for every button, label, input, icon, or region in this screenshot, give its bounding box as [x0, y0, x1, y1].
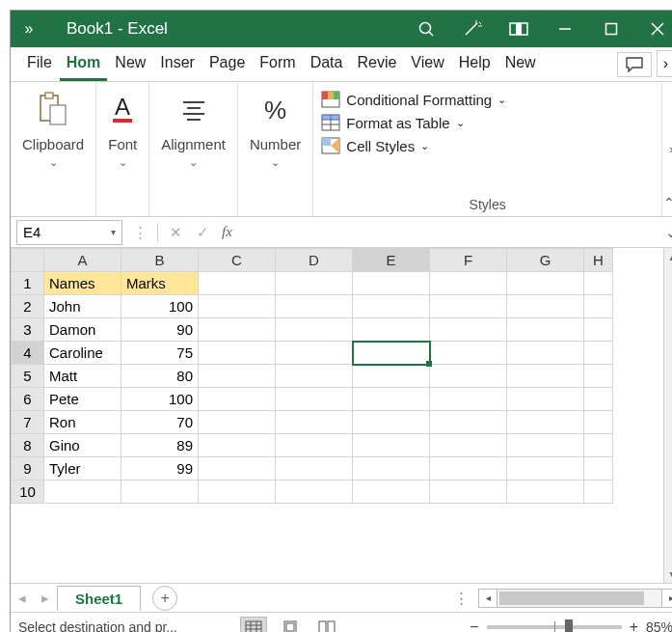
zoom-out[interactable]: − — [470, 618, 478, 633]
ribbon-collapse[interactable]: ⌃ — [663, 195, 672, 210]
cell-F10[interactable] — [430, 481, 507, 504]
cell-C1[interactable] — [199, 272, 276, 295]
number-button[interactable]: % — [264, 88, 286, 132]
cancel-formula-button[interactable]: ✕ — [162, 224, 189, 241]
cell-F1[interactable] — [430, 272, 507, 295]
cell-D8[interactable] — [276, 434, 353, 457]
cell-D3[interactable] — [276, 318, 353, 342]
zoom-slider[interactable] — [487, 625, 622, 629]
row-8[interactable]: 8 — [12, 434, 44, 457]
view-page-break[interactable] — [313, 617, 340, 633]
col-D[interactable]: D — [276, 249, 353, 272]
cell-E8[interactable] — [353, 434, 430, 457]
quick-access-overflow[interactable]: » — [11, 20, 47, 38]
cell-H10[interactable] — [584, 481, 613, 504]
row-5[interactable]: 5 — [12, 365, 44, 388]
search-button[interactable] — [403, 11, 449, 47]
cell-H9[interactable] — [584, 457, 613, 481]
zoom-value[interactable]: 85% — [646, 619, 672, 633]
number-dropdown[interactable]: ⌄ — [271, 156, 280, 169]
cell-D5[interactable] — [276, 365, 353, 388]
cell-E4[interactable] — [353, 342, 430, 365]
cell-A1[interactable]: Names — [44, 272, 121, 295]
vertical-scrollbar[interactable]: ▲ ▼ — [663, 248, 672, 583]
cell-B9[interactable]: 99 — [121, 457, 199, 481]
hscroll-track[interactable] — [497, 589, 661, 608]
mode-switch-button[interactable] — [496, 11, 542, 47]
cell-G5[interactable] — [507, 365, 584, 388]
cell-F4[interactable] — [430, 342, 507, 365]
formula-expand[interactable]: ⌄ — [661, 224, 672, 241]
cell-C3[interactable] — [199, 318, 276, 342]
sheet-nav-prev[interactable]: ◂ — [11, 590, 34, 607]
cell-E6[interactable] — [353, 388, 430, 411]
cell-H4[interactable] — [584, 342, 613, 365]
comments-button[interactable] — [617, 52, 652, 77]
hscroll-thumb[interactable] — [499, 591, 644, 605]
cell-H5[interactable] — [584, 365, 613, 388]
font-dropdown[interactable]: ⌄ — [119, 156, 127, 169]
col-H[interactable]: H — [584, 249, 613, 272]
cell-E7[interactable] — [353, 411, 430, 434]
col-A[interactable]: A — [44, 249, 121, 272]
maximize-button[interactable] — [588, 11, 634, 47]
cell-B2[interactable]: 100 — [121, 295, 199, 318]
cell-F5[interactable] — [430, 365, 507, 388]
scroll-up[interactable]: ▲ — [668, 248, 672, 265]
cell-A5[interactable]: Matt — [44, 365, 121, 388]
alignment-dropdown[interactable]: ⌄ — [189, 156, 198, 169]
cell-G9[interactable] — [507, 457, 584, 481]
col-B[interactable]: B — [121, 249, 199, 272]
font-button[interactable]: A — [108, 88, 137, 132]
cell-H3[interactable] — [584, 318, 613, 342]
cell-A3[interactable]: Damon — [44, 318, 121, 342]
sheet-tab-1[interactable]: Sheet1 — [57, 586, 141, 611]
cell-H7[interactable] — [584, 411, 613, 434]
format-as-table-button[interactable]: Format as Table⌄ — [321, 111, 654, 134]
paste-button[interactable] — [37, 88, 69, 132]
cell-G2[interactable] — [507, 295, 584, 318]
hscroll-right[interactable]: ▸ — [661, 589, 672, 608]
cell-H6[interactable] — [584, 388, 613, 411]
cell-B6[interactable]: 100 — [121, 388, 199, 411]
tab-formulas[interactable]: Form — [253, 48, 302, 81]
tab-review[interactable]: Revie — [350, 48, 403, 81]
magic-button[interactable] — [449, 11, 496, 47]
cell-D4[interactable] — [276, 342, 353, 365]
tab-insert[interactable]: Inser — [153, 48, 202, 81]
col-C[interactable]: C — [199, 249, 276, 272]
cell-C7[interactable] — [199, 411, 276, 434]
cell-A8[interactable]: Gino — [44, 434, 121, 457]
view-normal[interactable] — [240, 617, 267, 633]
horizontal-scrollbar[interactable]: ◂ ▸ — [478, 589, 672, 608]
cell-H8[interactable] — [584, 434, 613, 457]
col-E[interactable]: E — [353, 249, 430, 272]
row-9[interactable]: 9 — [12, 457, 44, 481]
tab-view[interactable]: View — [404, 48, 450, 81]
cell-C4[interactable] — [199, 342, 276, 365]
row-2[interactable]: 2 — [12, 295, 44, 318]
cell-B5[interactable]: 80 — [121, 365, 199, 388]
cell-D9[interactable] — [276, 457, 353, 481]
tab-data[interactable]: Data — [304, 48, 350, 81]
cell-E2[interactable] — [353, 295, 430, 318]
cell-A9[interactable]: Tyler — [44, 457, 121, 481]
formula-input[interactable] — [238, 221, 661, 244]
row-4[interactable]: 4 — [12, 342, 44, 365]
col-F[interactable]: F — [430, 249, 507, 272]
tab-new[interactable]: New — [108, 48, 152, 81]
cell-H2[interactable] — [584, 295, 613, 318]
cell-B8[interactable]: 89 — [121, 434, 199, 457]
cell-B3[interactable]: 90 — [121, 318, 199, 342]
cell-G10[interactable] — [507, 481, 584, 504]
clipboard-dropdown[interactable]: ⌄ — [49, 156, 58, 169]
namebox-more[interactable]: ⋮ — [126, 224, 153, 241]
tab-new2[interactable]: New — [498, 48, 543, 81]
minimize-button[interactable] — [542, 11, 588, 47]
cell-D7[interactable] — [276, 411, 353, 434]
cell-B7[interactable]: 70 — [121, 411, 199, 434]
spreadsheet-grid[interactable]: A B C D E F G H 1 Names Marks 2 John 100 — [11, 248, 613, 504]
cell-A7[interactable]: Ron — [44, 411, 121, 434]
alignment-button[interactable] — [179, 88, 208, 132]
add-sheet-button[interactable]: + — [152, 586, 177, 611]
